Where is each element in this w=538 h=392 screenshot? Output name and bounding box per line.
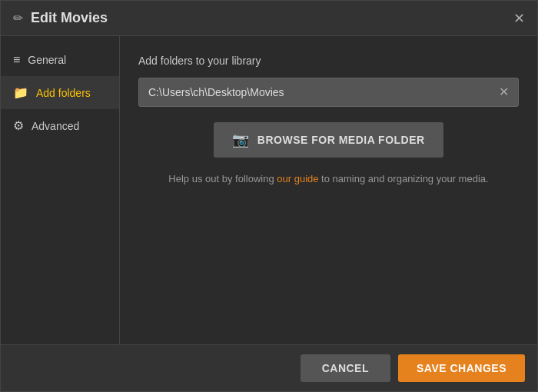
save-changes-button[interactable]: SAVE CHANGES: [398, 354, 525, 382]
section-label: Add folders to your library: [138, 55, 519, 67]
sidebar-label-general: General: [28, 54, 66, 66]
sidebar-item-add-folders[interactable]: 📁 Add folders: [1, 76, 119, 109]
browse-button-label: BROWSE FOR MEDIA FOLDER: [257, 134, 425, 146]
close-button[interactable]: ✕: [513, 12, 525, 25]
pencil-icon: ✏: [13, 11, 23, 25]
title-row: ✏ Edit Movies: [13, 10, 108, 26]
help-text-after: to naming and organizing your media.: [319, 173, 489, 184]
dialog-title: Edit Movies: [31, 10, 108, 26]
cancel-button[interactable]: CANCEL: [301, 354, 390, 382]
sidebar-label-advanced: Advanced: [32, 120, 79, 132]
our-guide-link[interactable]: our guide: [277, 173, 318, 184]
sidebar-item-general[interactable]: ≡ General: [1, 44, 119, 76]
menu-icon: ≡: [13, 53, 20, 67]
folder-icon: 📁: [13, 85, 28, 100]
folder-clear-button[interactable]: ✕: [490, 86, 518, 98]
sidebar-item-advanced[interactable]: ⚙ Advanced: [1, 109, 119, 142]
dialog-header: ✏ Edit Movies ✕: [1, 1, 537, 36]
sidebar-label-add-folders: Add folders: [36, 87, 91, 99]
camera-icon: 📷: [232, 131, 250, 148]
folder-path-input[interactable]: [139, 78, 490, 106]
gear-icon: ⚙: [13, 118, 24, 133]
help-text: Help us out by following our guide to na…: [138, 173, 519, 184]
edit-movies-dialog: ✏ Edit Movies ✕ ≡ General 📁 Add folders …: [0, 0, 538, 392]
folder-input-row: ✕: [138, 78, 519, 107]
browse-media-folder-button[interactable]: 📷 BROWSE FOR MEDIA FOLDER: [214, 122, 443, 158]
help-text-before: Help us out by following: [168, 173, 277, 184]
dialog-footer: CANCEL SAVE CHANGES: [1, 344, 537, 391]
main-content: Add folders to your library ✕ 📷 BROWSE F…: [120, 36, 537, 344]
sidebar: ≡ General 📁 Add folders ⚙ Advanced: [1, 36, 120, 344]
dialog-body: ≡ General 📁 Add folders ⚙ Advanced Add f…: [1, 36, 537, 344]
